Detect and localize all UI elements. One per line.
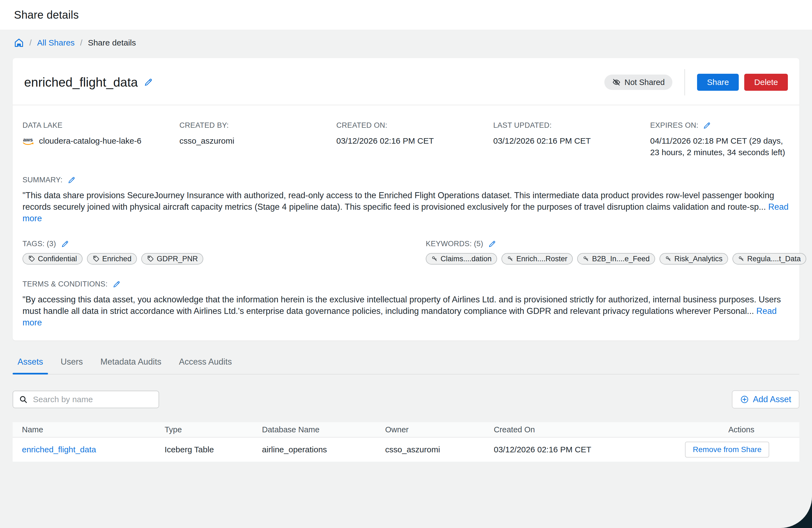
eye-off-icon xyxy=(612,78,621,87)
page-title: Share details xyxy=(14,9,79,21)
search-box[interactable] xyxy=(13,391,159,408)
aws-icon: aws xyxy=(23,136,35,146)
created-by-label: CREATED BY: xyxy=(179,121,336,130)
plus-circle-icon xyxy=(740,395,749,404)
assets-toolbar: Add Asset xyxy=(13,390,799,408)
expires-on-value: 04/11/2026 02:18 PM CET (29 days, 23 hou… xyxy=(650,135,790,158)
detail-tabs: Assets Users Metadata Audits Access Audi… xyxy=(13,357,799,375)
remove-from-share-button[interactable]: Remove from Share xyxy=(685,442,769,457)
edit-name-pencil-icon[interactable] xyxy=(144,78,153,87)
meta-created-by: CREATED BY: csso_aszuromi xyxy=(179,121,336,158)
tag-icon xyxy=(92,255,100,262)
tab-access-audits[interactable]: Access Audits xyxy=(174,357,237,374)
key-icon xyxy=(431,256,438,262)
tags-label: TAGS: (3) xyxy=(23,240,56,248)
status-badge-label: Not Shared xyxy=(625,78,665,87)
keyword-chip-label: B2B_In....e_Feed xyxy=(592,255,650,263)
tags-section: TAGS: (3) xyxy=(23,240,426,265)
status-badge: Not Shared xyxy=(604,75,673,90)
metadata-row: DATA LAKE aws cloudera-catalog-hue-lake-… xyxy=(23,121,789,158)
keyword-chip: Claims....dation xyxy=(426,253,497,265)
column-header-name: Name xyxy=(22,425,164,434)
terms-section: TERMS & CONDITIONS: "By accessing this d… xyxy=(23,280,789,329)
keyword-chip: Risk_Analytics xyxy=(659,253,728,265)
key-icon xyxy=(507,256,513,262)
tag-icon xyxy=(28,255,35,262)
meta-last-updated: LAST UPDATED: 03/12/2026 02:16 PM CET xyxy=(493,121,650,158)
tag-chip-label: Enriched xyxy=(102,255,132,263)
tag-chip: Confidential xyxy=(23,253,83,265)
tag-chip: Enriched xyxy=(87,253,137,265)
terms-text: "By accessing this data asset, you ackno… xyxy=(23,295,781,316)
edit-expires-pencil-icon[interactable] xyxy=(703,121,711,130)
last-updated-label: LAST UPDATED: xyxy=(493,121,650,130)
breadcrumb-separator: / xyxy=(80,38,82,47)
keyword-chip-label: Risk_Analytics xyxy=(674,255,723,263)
keywords-label: KEYWORDS: (5) xyxy=(426,240,483,248)
column-header-type: Type xyxy=(164,425,262,434)
tag-icon xyxy=(147,255,154,262)
last-updated-value: 03/12/2026 02:16 PM CET xyxy=(493,135,650,147)
search-icon xyxy=(19,395,28,404)
keyword-chip: B2B_In....e_Feed xyxy=(577,253,655,265)
add-asset-button[interactable]: Add Asset xyxy=(732,390,799,408)
edit-tags-pencil-icon[interactable] xyxy=(61,240,69,248)
breadcrumb-separator: / xyxy=(29,38,31,47)
data-lake-label: DATA LAKE xyxy=(23,121,179,130)
edit-summary-pencil-icon[interactable] xyxy=(68,176,76,184)
breadcrumb-all-shares-link[interactable]: All Shares xyxy=(37,38,75,47)
search-input[interactable] xyxy=(33,395,153,404)
add-asset-button-label: Add Asset xyxy=(753,394,791,404)
created-by-value: csso_aszuromi xyxy=(179,135,336,147)
share-name-title: enriched_flight_data xyxy=(24,75,138,90)
column-header-database: Database Name xyxy=(262,425,385,434)
tab-metadata-audits[interactable]: Metadata Audits xyxy=(96,357,166,374)
key-icon xyxy=(738,256,744,262)
page-header: Share details xyxy=(0,0,812,30)
breadcrumb: / All Shares / Share details xyxy=(14,38,812,48)
header-divider xyxy=(684,69,685,95)
assets-table: Name Type Database Name Owner Created On… xyxy=(13,422,799,462)
meta-data-lake: DATA LAKE aws cloudera-catalog-hue-lake-… xyxy=(23,121,179,158)
asset-created-on: 03/12/2026 02:16 PM CET xyxy=(494,445,664,454)
app-window: Share details / All Shares / Share detai… xyxy=(0,0,812,528)
column-header-actions: Actions xyxy=(664,425,799,434)
tag-chip-label: GDPR_PNR xyxy=(157,255,198,263)
edit-keywords-pencil-icon[interactable] xyxy=(488,240,496,248)
tab-users[interactable]: Users xyxy=(56,357,88,374)
summary-section: SUMMARY: "This data share provisions Sec… xyxy=(23,176,789,224)
edit-terms-pencil-icon[interactable] xyxy=(113,280,121,288)
keyword-chip-label: Enrich....Roster xyxy=(516,255,567,263)
delete-button[interactable]: Delete xyxy=(744,74,788,91)
svg-text:aws: aws xyxy=(23,137,33,142)
summary-text: "This data share provisions SecureJourne… xyxy=(23,191,774,212)
keyword-chip-label: Regula....t_Data xyxy=(747,255,801,263)
keyword-chip: Enrich....Roster xyxy=(502,253,573,265)
home-icon[interactable] xyxy=(14,38,24,48)
column-header-owner: Owner xyxy=(385,425,494,434)
column-header-created-on: Created On xyxy=(494,425,664,434)
key-icon xyxy=(665,256,671,262)
share-button[interactable]: Share xyxy=(697,74,739,91)
keyword-chip: Regula....t_Data xyxy=(733,253,806,265)
tags-keywords-row: TAGS: (3) xyxy=(23,240,789,265)
asset-name-link[interactable]: enriched_flight_data xyxy=(22,445,96,454)
keywords-section: KEYWORDS: (5) xyxy=(426,240,806,265)
tag-chip-label: Confidential xyxy=(38,255,77,263)
share-detail-card: enriched_flight_data xyxy=(13,58,799,341)
asset-type: Iceberg Table xyxy=(164,445,262,454)
data-lake-value: cloudera-catalog-hue-lake-6 xyxy=(39,135,142,147)
created-on-value: 03/12/2026 02:16 PM CET xyxy=(336,135,493,147)
meta-expires-on: EXPIRES ON: 04/11/2026 02:18 PM CET (29 … xyxy=(650,121,790,158)
expires-on-label: EXPIRES ON: xyxy=(650,121,698,130)
table-row: enriched_flight_data Iceberg Table airli… xyxy=(13,438,799,462)
key-icon xyxy=(583,256,589,262)
tab-assets[interactable]: Assets xyxy=(13,357,48,374)
table-header: Name Type Database Name Owner Created On… xyxy=(13,422,799,438)
keyword-chip-label: Claims....dation xyxy=(440,255,492,263)
asset-database: airline_operations xyxy=(262,445,385,454)
meta-created-on: CREATED ON: 03/12/2026 02:16 PM CET xyxy=(336,121,493,158)
terms-label: TERMS & CONDITIONS: xyxy=(23,280,107,288)
created-on-label: CREATED ON: xyxy=(336,121,493,130)
asset-owner: csso_aszuromi xyxy=(385,445,494,454)
